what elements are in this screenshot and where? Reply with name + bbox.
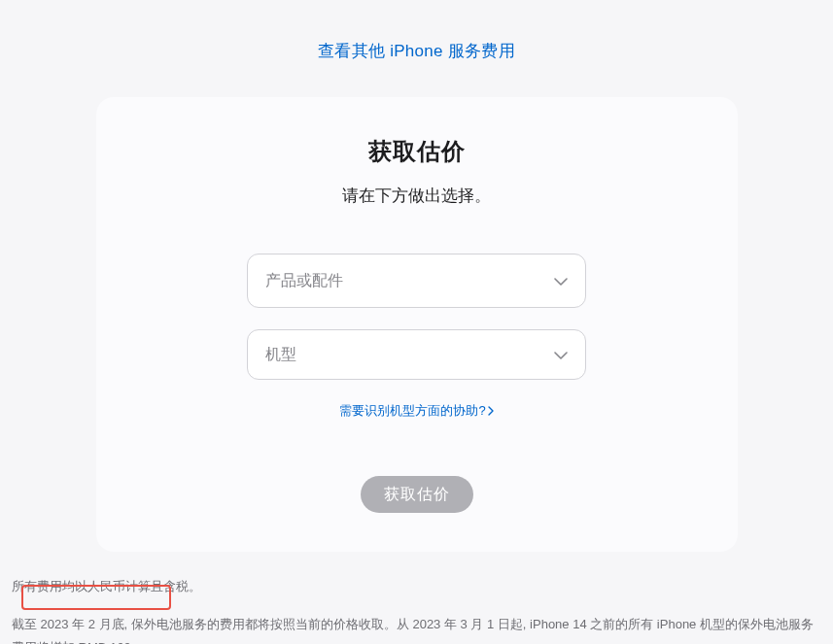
disclaimer-line2: 截至 2023 年 2 月底, 保外电池服务的费用都将按照当前的价格收取。从 2… [12,613,816,644]
help-link-container: 需要识别机型方面的协助? [135,401,699,420]
model-select[interactable]: 机型 [247,329,586,380]
submit-btn-wrapper: 获取估价 [135,476,699,513]
chevron-down-icon [554,346,568,363]
model-select-wrapper: 机型 [247,329,586,380]
disclaimer-line1: 所有费用均以人民币计算且含税。 [12,575,816,597]
disclaimer-section: 所有费用均以人民币计算且含税。 截至 2023 年 2 月底, 保外电池服务的费… [12,575,816,644]
model-select-placeholder: 机型 [265,345,296,365]
other-services-link[interactable]: 查看其他 iPhone 服务费用 [318,42,515,60]
help-link-text: 需要识别机型方面的协助? [339,402,485,420]
top-link-container: 查看其他 iPhone 服务费用 [0,0,833,97]
card-title: 获取估价 [135,136,699,167]
chevron-right-icon [488,404,494,419]
get-estimate-button[interactable]: 获取估价 [361,476,473,513]
product-select-placeholder: 产品或配件 [265,271,343,291]
model-help-link[interactable]: 需要识别机型方面的协助? [339,402,493,420]
product-select-wrapper: 产品或配件 [247,254,586,308]
estimate-card: 获取估价 请在下方做出选择。 产品或配件 机型 需要识别机型方面的协助? 获取估… [96,97,738,552]
product-select[interactable]: 产品或配件 [247,254,586,308]
card-subtitle: 请在下方做出选择。 [135,185,699,207]
chevron-down-icon [554,272,568,289]
